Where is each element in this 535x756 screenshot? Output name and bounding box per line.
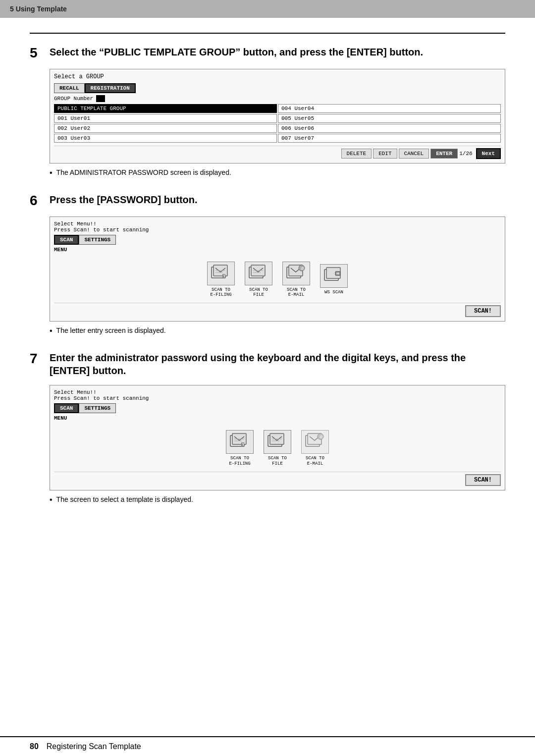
scan-efiling-label-7: SCAN TOE-FILING (229, 456, 250, 467)
page-info: 1/26 (459, 151, 472, 157)
svg-text:@: @ (320, 435, 323, 438)
tab-scan-7[interactable]: SCAN (54, 403, 79, 413)
group-user02[interactable]: 002 User02 (54, 124, 277, 133)
group-user07[interactable]: 007 User07 (278, 134, 501, 143)
screen-5-title: Select a GROUP (54, 73, 501, 80)
step-6-number: 6 (30, 193, 50, 209)
step-6-note: The letter entry screen is displayed. (50, 326, 505, 335)
scan-btn-row-7: SCAN! (54, 472, 501, 486)
icons-row-7: SCAN TOE-FILING SCAN TOFILE (54, 422, 501, 472)
step-7-heading: 7 Enter the administrator password using… (30, 351, 505, 377)
screen-7-line1: Select Menu!! (54, 389, 501, 395)
screen-7-line2: Press Scan! to start scanning (54, 395, 501, 401)
scan-file-icon-box-7[interactable] (264, 430, 291, 454)
screen-6-line1: Select Menu!! (54, 221, 501, 227)
scan-efiling-label-6: SCAN TOE-FILING (210, 287, 231, 298)
footer-page-number: 80 (30, 742, 39, 751)
header-step-label: 5 Using Template (10, 5, 67, 13)
scan-file-label-7: SCAN TOFILE (268, 456, 287, 467)
page-footer: 80 Registering Scan Template (0, 736, 535, 756)
scan-email-icon: @ (286, 264, 307, 283)
step-6-screen: Select Menu!! Press Scan! to start scann… (50, 216, 505, 322)
scan-email-label-7: SCAN TOE-MAIL (306, 456, 324, 467)
scan-email-icon-box-7[interactable]: @ (301, 430, 329, 454)
wsscan-label-6: WS SCAN (324, 290, 343, 295)
group-user01[interactable]: 001 User01 (54, 114, 277, 123)
group-grid: PUBLIC TEMPLATE GROUP 004 User04 001 Use… (54, 104, 501, 143)
icon-scan-efiling-7: SCAN TOE-FILING (226, 430, 254, 467)
screen-5-btn-row: DELETE EDIT CANCEL ENTER 1/26 Next (54, 146, 501, 159)
screen-7-tabs: SCAN SETTINGS (54, 403, 501, 413)
step-5-title: Select the “PUBLIC TEMPLATE GROUP” butto… (50, 46, 505, 58)
step-5-section: 5 Select the “PUBLIC TEMPLATE GROUP” but… (30, 46, 505, 177)
scan-email-label-6: SCAN TOE-MAIL (287, 287, 306, 298)
svg-text:@: @ (301, 267, 304, 270)
scan-file-label-6: SCAN TOFILE (249, 287, 268, 298)
scan-file-icon (248, 264, 269, 283)
scan-button-7[interactable]: SCAN! (465, 474, 501, 486)
scan-efiling-icon-box-7[interactable] (226, 430, 254, 454)
icon-scan-file-6: SCAN TOFILE (245, 262, 272, 298)
group-user05[interactable]: 005 User05 (278, 114, 501, 123)
icon-scan-file-7: SCAN TOFILE (264, 430, 291, 467)
tab-recall[interactable]: RECALL (54, 83, 85, 93)
step-7-screen: Select Menu!! Press Scan! to start scann… (50, 385, 505, 490)
next-button[interactable]: Next (476, 148, 501, 159)
delete-button[interactable]: DELETE (341, 149, 372, 159)
tab-scan-6[interactable]: SCAN (54, 235, 79, 245)
icons-row-6: SCAN TOE-FILING SCAN TOFILE (54, 254, 501, 303)
menu-label-7: MENU (54, 415, 501, 421)
step-7-note: The screen to select a template is displ… (50, 495, 505, 504)
step-5-note: The ADMINISTRATOR PASSWORD screen is dis… (50, 168, 505, 177)
icon-wsscan-6: WS SCAN (320, 264, 348, 295)
step-7-section: 7 Enter the administrator password using… (30, 351, 505, 504)
enter-button[interactable]: ENTER (430, 149, 458, 159)
svg-rect-15 (336, 272, 339, 274)
group-number-block (96, 95, 105, 102)
scan-efiling-icon-7 (229, 432, 250, 451)
screen-6-header: Select Menu!! Press Scan! to start scann… (54, 221, 501, 233)
icon-scan-efiling-6: SCAN TOE-FILING (207, 262, 235, 298)
footer-page-title: Registering Scan Template (47, 742, 141, 751)
top-divider (30, 33, 505, 34)
icon-scan-email-7: @ SCAN TOE-MAIL (301, 430, 329, 467)
group-number-label: GROUP Number (54, 96, 93, 102)
menu-label-6: MENU (54, 247, 501, 253)
step-5-heading: 5 Select the “PUBLIC TEMPLATE GROUP” but… (30, 46, 505, 61)
wsscan-icon (323, 267, 344, 285)
step-7-title: Enter the administrator password using t… (50, 351, 505, 377)
scan-efiling-icon (211, 264, 231, 283)
tab-registration[interactable]: REGISTRATION (85, 83, 136, 93)
scan-file-icon-7 (267, 432, 288, 451)
cancel-button[interactable]: CANCEL (399, 149, 429, 159)
scan-efiling-icon-box[interactable] (207, 262, 235, 285)
icon-scan-email-6: @ SCAN TOE-MAIL (282, 262, 310, 298)
step-6-section: 6 Press the [PASSWORD] button. Select Me… (30, 193, 505, 335)
scan-file-icon-box[interactable] (245, 262, 272, 285)
scan-button-6[interactable]: SCAN! (465, 305, 501, 317)
scan-btn-row-6: SCAN! (54, 303, 501, 317)
tab-settings-7[interactable]: SETTINGS (79, 403, 116, 413)
group-user04[interactable]: 004 User04 (278, 104, 501, 113)
group-user03[interactable]: 003 User03 (54, 134, 277, 143)
step-6-title: Press the [PASSWORD] button. (50, 193, 505, 206)
scan-email-icon-box[interactable]: @ (282, 262, 310, 285)
screen-6-tabs: SCAN SETTINGS (54, 235, 501, 245)
screen-6-line2: Press Scan! to start scanning (54, 227, 501, 233)
tab-settings-6[interactable]: SETTINGS (79, 235, 116, 245)
wsscan-icon-box[interactable] (320, 264, 348, 288)
screen-5-tabs: RECALL REGISTRATION (54, 83, 501, 93)
scan-email-icon-7: @ (305, 432, 325, 451)
header-bar: 5 Using Template (0, 0, 535, 18)
group-number-row: GROUP Number (54, 95, 501, 102)
screen-7-header: Select Menu!! Press Scan! to start scann… (54, 389, 501, 401)
group-user06[interactable]: 006 User06 (278, 124, 501, 133)
step-5-number: 5 (30, 46, 50, 61)
step-5-screen: Select a GROUP RECALL REGISTRATION GROUP… (50, 69, 505, 163)
step-7-number: 7 (30, 351, 50, 367)
edit-button[interactable]: EDIT (373, 149, 397, 159)
group-public-template[interactable]: PUBLIC TEMPLATE GROUP (54, 104, 277, 113)
main-content: 5 Select the “PUBLIC TEMPLATE GROUP” but… (0, 18, 535, 550)
step-6-heading: 6 Press the [PASSWORD] button. (30, 193, 505, 209)
